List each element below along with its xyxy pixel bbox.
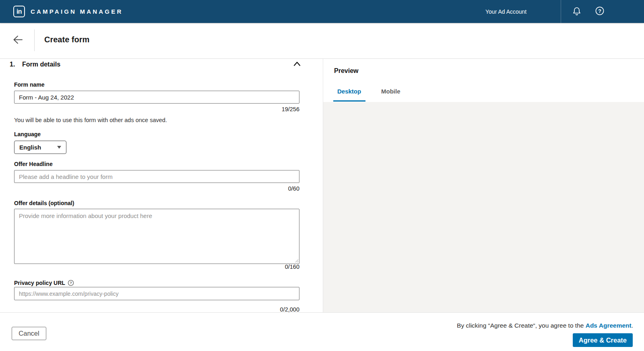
form-details-panel: 1. Form details Form name 19/256 You wil…	[0, 59, 323, 312]
create-form-page: in CAMPAIGN MANAGER Your Ad Account ? Cr…	[0, 0, 644, 351]
collapse-section-button[interactable]	[292, 60, 302, 69]
section-number: 1.	[10, 61, 15, 68]
caret-down-icon	[57, 146, 61, 149]
form-name-input[interactable]	[14, 91, 299, 104]
linkedin-logo-icon[interactable]: in	[13, 6, 25, 17]
language-value: English	[19, 144, 41, 151]
preview-title: Preview	[334, 67, 358, 75]
active-tab-underline	[333, 100, 365, 102]
language-dropdown[interactable]: English	[14, 141, 66, 154]
agree-create-button[interactable]: Agree & Create	[573, 333, 633, 347]
app-brand: CAMPAIGN MANAGER	[31, 0, 123, 23]
form-reuse-note: You will be able to use this form with o…	[14, 117, 167, 123]
preview-canvas	[323, 102, 644, 312]
chevron-up-icon	[293, 60, 301, 69]
language-label: Language	[14, 131, 41, 137]
form-name-counter: 19/256	[14, 106, 299, 112]
tab-desktop[interactable]: Desktop	[337, 88, 361, 95]
agreement-prefix: By clicking “Agree & Create“, you agree …	[457, 322, 586, 329]
back-arrow-icon[interactable]	[12, 34, 23, 45]
privacy-help-icon[interactable]: ?	[68, 280, 74, 286]
top-navbar: in CAMPAIGN MANAGER Your Ad Account ?	[0, 0, 644, 23]
notifications-bell-icon[interactable]	[572, 6, 582, 16]
privacy-policy-label: Privacy policy URL	[14, 280, 65, 286]
agreement-text: By clicking “Agree & Create“, you agree …	[457, 322, 633, 329]
svg-text:?: ?	[70, 281, 72, 285]
svg-text:?: ?	[598, 8, 601, 14]
offer-details-label: Offer details (optional)	[14, 200, 74, 206]
ad-account-menu[interactable]: Your Ad Account	[485, 0, 526, 23]
offer-details-textarea[interactable]	[14, 209, 299, 264]
cancel-button[interactable]: Cancel	[12, 327, 46, 340]
form-name-label: Form name	[14, 81, 44, 88]
offer-headline-label: Offer Headline	[14, 161, 53, 167]
offer-headline-counter: 0/60	[14, 185, 299, 192]
resize-handle-icon[interactable]	[294, 258, 299, 263]
agreement-suffix: .	[632, 322, 633, 329]
page-header: Create form	[0, 23, 644, 59]
footer-bar: Cancel By clicking “Agree & Create“, you…	[0, 312, 644, 351]
privacy-policy-url-input[interactable]	[14, 287, 299, 300]
offer-headline-input[interactable]	[14, 170, 299, 183]
help-icon[interactable]: ?	[595, 6, 605, 16]
page-title: Create form	[44, 35, 89, 44]
section-title: Form details	[22, 61, 60, 68]
header-divider	[34, 29, 35, 51]
ads-agreement-link[interactable]: Ads Agreement	[586, 322, 632, 329]
privacy-policy-counter: 0/2,000	[14, 306, 299, 312]
navbar-divider	[561, 0, 561, 23]
privacy-policy-label-row: Privacy policy URL ?	[14, 280, 74, 286]
tab-mobile[interactable]: Mobile	[381, 88, 400, 95]
offer-details-counter: 0/160	[14, 264, 299, 270]
